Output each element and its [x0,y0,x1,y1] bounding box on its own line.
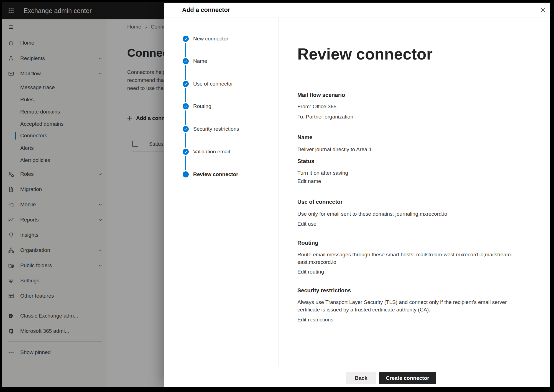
edit-restrictions-wrap: Edit restrictions [297,316,518,323]
screenshot-canvas: Exchange admin center Home Recipients Ma… [0,0,554,392]
step-validation-email[interactable]: Validation email [164,148,275,156]
edit-routing-wrap: Edit routing [297,268,518,275]
review-text-to: To: Partner organization [297,113,518,120]
section-heading-status: Status [297,158,518,165]
create-connector-button[interactable]: Create connector [379,372,436,384]
stepper-line [185,43,186,57]
stepper-line [185,65,186,80]
review-text-routing: Route email messages through these smart… [297,251,518,266]
step-routing[interactable]: Routing [164,102,275,110]
step-use-of-connector[interactable]: Use of connector [164,80,275,88]
step-current-dot [183,171,189,177]
stepper-line [185,88,186,102]
section-heading-use-of-connector: Use of connector [297,198,518,206]
step-complete-check-icon [183,149,189,155]
step-complete-check-icon [183,58,189,64]
step-new-connector[interactable]: New connector [164,35,275,43]
back-button[interactable]: Back [346,372,376,384]
stepper-line [185,110,186,125]
section-heading-routing: Routing [297,239,518,247]
step-review-connector[interactable]: Review connector [164,170,275,179]
section-heading-security: Security restrictions [297,287,518,294]
app-window: Exchange admin center Home Recipients Ma… [2,2,550,387]
edit-use-link[interactable]: Edit use [297,220,316,228]
stepper-line [185,133,186,148]
close-icon[interactable] [538,6,547,14]
header-divider [164,17,550,17]
review-text-status: Turn it on after saving [297,169,518,177]
stepper-divider [278,17,279,366]
step-complete-check-icon [183,81,189,87]
section-heading-name: Name [297,134,518,141]
step-complete-check-icon [183,103,189,109]
step-complete-check-icon [183,36,189,42]
section-heading-mail-flow-scenario: Mail flow scenario [297,91,518,99]
review-title: Review connector [297,44,536,64]
dialog-title: Add a connector [182,3,230,17]
add-connector-dialog: Add a connector New connector Name Use o… [164,3,550,387]
dialog-footer: Back Create connector [164,366,550,387]
edit-use-wrap: Edit use [297,220,518,228]
edit-restrictions-link[interactable]: Edit restrictions [297,316,333,323]
stepper-line [185,156,186,170]
step-name[interactable]: Name [164,57,275,65]
edit-routing-link[interactable]: Edit routing [297,268,324,275]
edit-name-wrap: Edit name [297,177,518,185]
edit-name-link[interactable]: Edit name [297,177,321,185]
review-text-from: From: Office 365 [297,103,518,110]
review-text-use: Use only for email sent to these domains… [297,210,518,218]
step-complete-check-icon [183,126,189,132]
review-text-security: Always use Transport Layer Security (TLS… [297,298,518,313]
step-security-restrictions[interactable]: Security restrictions [164,125,275,133]
dialog-header: Add a connector [164,3,550,17]
review-text-connector-name: Deliver journal directly to Area 1 [297,146,518,153]
